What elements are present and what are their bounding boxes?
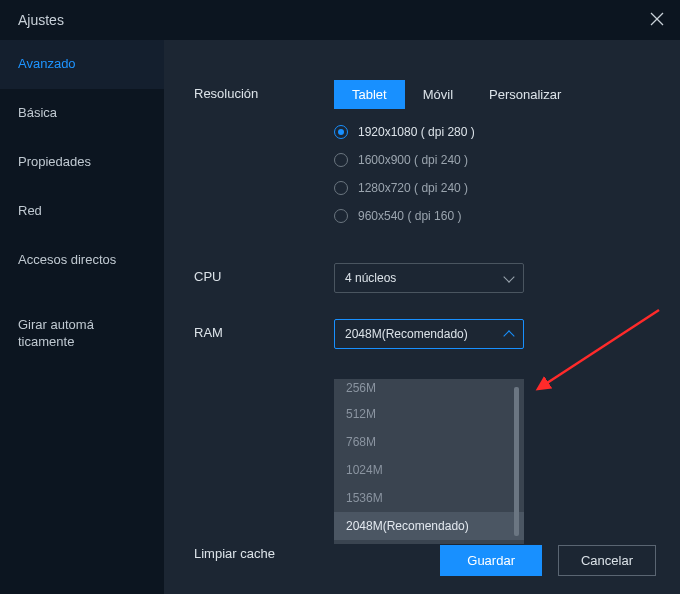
setting-row-resolution: Resolución Tablet Móvil Personalizar — [194, 80, 680, 237]
tab-tablet[interactable]: Tablet — [334, 80, 405, 109]
chevron-down-icon — [503, 271, 514, 282]
radio-icon — [334, 153, 348, 167]
ram-option-256m[interactable]: 256M — [334, 383, 524, 400]
button-label: Guardar — [467, 553, 515, 568]
option-label: 256M — [346, 381, 376, 395]
button-label: Cancelar — [581, 553, 633, 568]
tab-label: Móvil — [423, 87, 453, 102]
option-label: 2048M(Recomendado) — [346, 519, 469, 533]
option-label: 512M — [346, 407, 376, 421]
ram-option-1536m[interactable]: 1536M — [334, 484, 524, 512]
close-icon[interactable] — [650, 12, 666, 28]
option-label: 768M — [346, 435, 376, 449]
ram-dropdown-list: 256M 512M 768M 1024M 1536M — [334, 379, 524, 544]
sidebar-item-propiedades[interactable]: Propiedades — [0, 138, 164, 187]
cache-label: Limpiar cache — [194, 540, 334, 561]
tab-movil[interactable]: Móvil — [405, 80, 471, 109]
ram-dropdown[interactable]: 2048M(Recomendado) — [334, 319, 524, 349]
sidebar-item-accesos[interactable]: Accesos directos — [0, 236, 164, 285]
radio-label: 1600x900 ( dpi 240 ) — [358, 153, 468, 167]
sidebar-item-red[interactable]: Red — [0, 187, 164, 236]
ram-option-512m[interactable]: 512M — [334, 400, 524, 428]
radio-label: 960x540 ( dpi 160 ) — [358, 209, 461, 223]
sidebar: Avanzado Básica Propiedades Red Accesos … — [0, 40, 164, 594]
ram-label: RAM — [194, 319, 334, 340]
cpu-dropdown[interactable]: 4 núcleos — [334, 263, 524, 293]
radio-label: 1920x1080 ( dpi 280 ) — [358, 125, 475, 139]
setting-row-cpu: CPU 4 núcleos — [194, 263, 680, 293]
ram-option-768m[interactable]: 768M — [334, 428, 524, 456]
sidebar-item-label: Girar automá ticamente — [18, 317, 94, 349]
radio-960x540[interactable]: 960x540 ( dpi 160 ) — [334, 209, 680, 223]
sidebar-item-basica[interactable]: Básica — [0, 89, 164, 138]
ram-option-2048m[interactable]: 2048M(Recomendado) — [334, 512, 524, 540]
sidebar-item-label: Propiedades — [18, 154, 91, 169]
resolution-radio-group: 1920x1080 ( dpi 280 ) 1600x900 ( dpi 240… — [334, 125, 680, 223]
radio-label: 1280x720 ( dpi 240 ) — [358, 181, 468, 195]
tab-label: Personalizar — [489, 87, 561, 102]
radio-icon — [334, 181, 348, 195]
option-label: 1536M — [346, 491, 383, 505]
tab-label: Tablet — [352, 87, 387, 102]
radio-1920x1080[interactable]: 1920x1080 ( dpi 280 ) — [334, 125, 680, 139]
tab-personalizar[interactable]: Personalizar — [471, 80, 579, 109]
resolution-label: Resolución — [194, 80, 334, 101]
window-header: Ajustes — [0, 0, 680, 40]
sidebar-item-avanzado[interactable]: Avanzado — [0, 40, 164, 89]
cpu-value: 4 núcleos — [345, 271, 396, 285]
option-label: 1024M — [346, 463, 383, 477]
resolution-tabs: Tablet Móvil Personalizar — [334, 80, 680, 109]
setting-row-ram: RAM 2048M(Recomendado) 256M 512M — [194, 319, 680, 514]
sidebar-item-label: Red — [18, 203, 42, 218]
page-title: Ajustes — [18, 12, 64, 28]
ram-option-1024m[interactable]: 1024M — [334, 456, 524, 484]
ram-value: 2048M(Recomendado) — [345, 327, 468, 341]
radio-1280x720[interactable]: 1280x720 ( dpi 240 ) — [334, 181, 680, 195]
sidebar-item-label: Accesos directos — [18, 252, 116, 267]
cpu-label: CPU — [194, 263, 334, 284]
chevron-up-icon — [503, 330, 514, 341]
save-button[interactable]: Guardar — [440, 545, 542, 576]
sidebar-item-girar[interactable]: Girar automá ticamente — [0, 284, 164, 367]
settings-content: Resolución Tablet Móvil Personalizar — [164, 40, 680, 594]
footer-buttons: Guardar Cancelar — [440, 545, 656, 576]
scrollbar[interactable] — [514, 387, 519, 536]
radio-icon — [334, 209, 348, 223]
radio-1600x900[interactable]: 1600x900 ( dpi 240 ) — [334, 153, 680, 167]
sidebar-item-label: Avanzado — [18, 56, 76, 71]
radio-icon — [334, 125, 348, 139]
cancel-button[interactable]: Cancelar — [558, 545, 656, 576]
sidebar-item-label: Básica — [18, 105, 57, 120]
